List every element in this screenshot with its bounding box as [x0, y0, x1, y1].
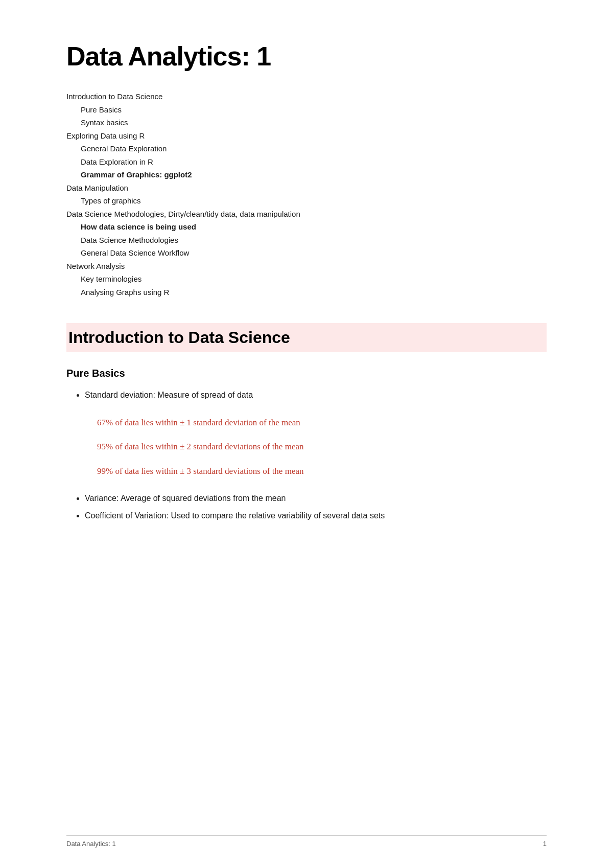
toc-item: Key terminologies [81, 272, 547, 286]
toc-item: Grammar of Graphics: ggplot2 [81, 168, 547, 181]
table-of-contents: Introduction to Data Science Pure Basics… [66, 90, 547, 299]
toc-item: Data Manipulation [66, 181, 547, 195]
stat-line-99: 99% of data lies within ± 3 standard dev… [97, 465, 547, 478]
toc-item: Exploring Data using R [66, 129, 547, 143]
toc-item: Data Exploration in R [81, 155, 547, 169]
toc-item: Types of graphics [81, 194, 547, 208]
toc-item: Network Analysis [66, 260, 547, 273]
footer-left: Data Analytics: 1 [66, 840, 116, 848]
footer-right: 1 [543, 840, 547, 848]
toc-item: How data science is being used [81, 220, 547, 234]
toc-item: Introduction to Data Science [66, 90, 547, 103]
subsection-pure-basics: Pure Basics Standard deviation: Measure … [66, 368, 547, 522]
section-introduction: Introduction to Data Science Pure Basics… [66, 323, 547, 522]
subsection-heading-pure-basics: Pure Basics [66, 368, 547, 379]
bullet-list-variance: Variance: Average of squared deviations … [85, 492, 547, 522]
toc-item: Data Science Methodologies, Dirty/clean/… [66, 208, 547, 221]
toc-item: General Data Exploration [81, 142, 547, 155]
toc-item: General Data Science Workflow [81, 246, 547, 260]
stat-block: 67% of data lies within ± 1 standard dev… [97, 416, 547, 478]
toc-item: Pure Basics [81, 103, 547, 117]
main-title: Data Analytics: 1 [66, 41, 547, 72]
list-item-coeff-variation: Coefficient of Variation: Used to compar… [85, 509, 547, 522]
page-footer: Data Analytics: 1 1 [66, 835, 547, 848]
toc-item: Analysing Graphs using R [81, 286, 547, 299]
stat-line-95: 95% of data lies within ± 2 standard dev… [97, 440, 547, 453]
toc-item: Syntax basics [81, 116, 547, 129]
list-item-std-dev: Standard deviation: Measure of spread of… [85, 389, 547, 402]
section-heading-intro: Introduction to Data Science [66, 323, 547, 352]
list-item-variance: Variance: Average of squared deviations … [85, 492, 547, 505]
page: Data Analytics: 1 Introduction to Data S… [0, 0, 613, 868]
bullet-list-basics: Standard deviation: Measure of spread of… [85, 389, 547, 402]
stat-line-67: 67% of data lies within ± 1 standard dev… [97, 416, 547, 429]
toc-item: Data Science Methodologies [81, 234, 547, 247]
